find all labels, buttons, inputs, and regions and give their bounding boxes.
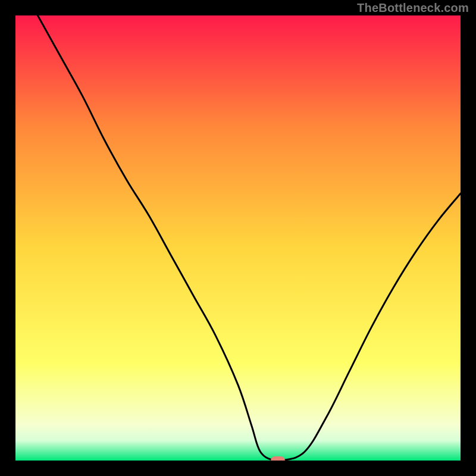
plot-svg (15, 15, 461, 461)
optimal-point-marker (271, 456, 285, 461)
watermark-text: TheBottleneck.com (357, 1, 469, 15)
gradient-background (15, 15, 461, 461)
plot-area (15, 15, 461, 461)
chart-frame: TheBottleneck.com (0, 0, 476, 476)
